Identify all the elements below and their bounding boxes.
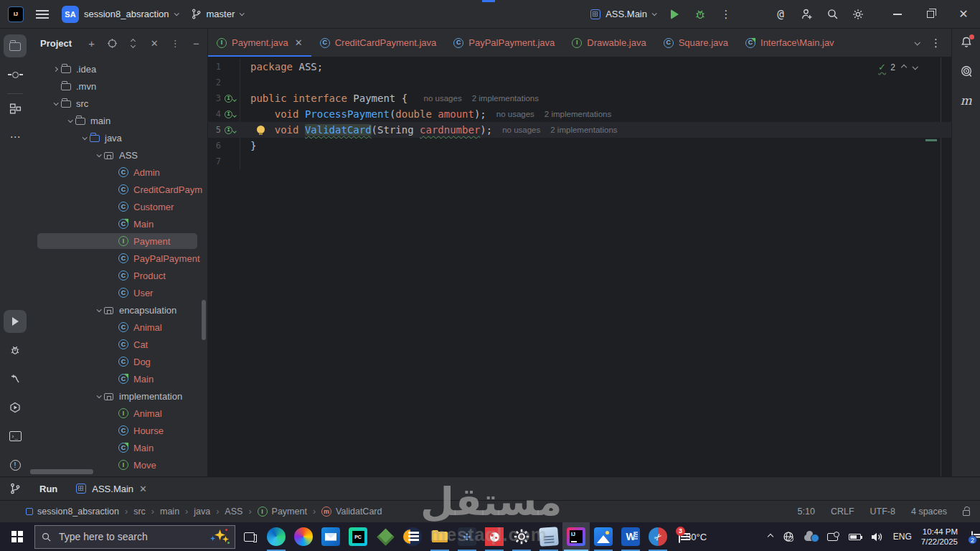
- gutter-slot[interactable]: I: [221, 110, 240, 118]
- line-number[interactable]: 2: [208, 77, 221, 88]
- tree-vertical-scrollbar[interactable]: [202, 300, 206, 340]
- tree-item-paypalpayment[interactable]: CPayPalPayment: [30, 250, 207, 267]
- code-line-3[interactable]: 3Ipublic interface Payment { no usages2 …: [208, 90, 951, 106]
- taskbar-app-netbeans[interactable]: [372, 522, 399, 551]
- chevron-down-icon[interactable]: [54, 100, 59, 105]
- code-line-6[interactable]: 6}: [208, 138, 951, 154]
- structure-toolwindow-button[interactable]: [4, 97, 27, 120]
- hide-panel-icon[interactable]: −: [191, 37, 202, 50]
- taskbar-search-input[interactable]: Type here to search: [34, 525, 235, 549]
- tree-item-animal[interactable]: IAnimal: [30, 405, 207, 422]
- build-toolwindow-button[interactable]: [4, 367, 27, 390]
- chevron-down-icon[interactable]: [83, 135, 88, 140]
- taskbar-app-edge[interactable]: [263, 522, 290, 551]
- close-icon[interactable]: ✕: [139, 484, 147, 494]
- ai-assistant-toolwindow-button[interactable]: [960, 65, 973, 77]
- tray-expand-chevron-icon[interactable]: [768, 534, 773, 540]
- tree-item-encapsulation[interactable]: encapsulation: [30, 301, 207, 319]
- line-separator[interactable]: CRLF: [831, 507, 854, 517]
- gutter-slot[interactable]: I: [221, 126, 240, 134]
- chevron-right-icon[interactable]: [53, 66, 58, 71]
- editor-tab-paypalpayment-java[interactable]: CPayPalPayment.java: [445, 29, 563, 57]
- project-widget[interactable]: SA session8_absraction: [62, 6, 178, 23]
- tree-item-payment[interactable]: IPayment: [30, 232, 207, 250]
- task-view-button[interactable]: [235, 522, 263, 551]
- editor-tab-interface-main-jav[interactable]: CInterface\Main.jav: [737, 29, 834, 57]
- line-number[interactable]: 4: [208, 109, 221, 119]
- debug-button[interactable]: [687, 4, 713, 25]
- tree-item-src[interactable]: src: [30, 95, 207, 112]
- implementations-gutter-icon[interactable]: I: [225, 95, 236, 103]
- line-number[interactable]: 6: [208, 141, 221, 151]
- chevron-down-icon[interactable]: [68, 118, 73, 123]
- editor-tab-creditcardpayment-java[interactable]: CCreditCardPayment.java: [311, 29, 446, 57]
- tree-item-main[interactable]: CMain: [30, 215, 207, 232]
- intention-bulb-icon[interactable]: [257, 126, 265, 133]
- implementations-gutter-icon[interactable]: I: [225, 110, 236, 118]
- line-number[interactable]: 7: [208, 156, 221, 166]
- news-widget[interactable]: 3 30°C: [672, 532, 714, 542]
- chevron-down-icon[interactable]: [97, 393, 102, 398]
- code-line-1[interactable]: 1package ASS;: [208, 59, 951, 75]
- indent-setting[interactable]: 4 spaces: [911, 507, 947, 517]
- onedrive-cloud-icon[interactable]: [804, 532, 817, 541]
- tree-horizontal-scrollbar[interactable]: [30, 469, 93, 474]
- tab-options-kebab-icon[interactable]: ⋮: [930, 37, 941, 50]
- vcs-branch-widget[interactable]: master: [191, 9, 244, 19]
- search-everywhere-button[interactable]: [819, 4, 845, 25]
- tree-item-ass[interactable]: ASS: [30, 146, 207, 164]
- code-with-me-button[interactable]: [793, 4, 819, 25]
- git-toolwindow-button[interactable]: [0, 483, 30, 494]
- taskbar-app-mail[interactable]: [317, 522, 344, 551]
- tree-item-cat[interactable]: CCat: [30, 336, 207, 353]
- editor-tab-square-java[interactable]: CSquare.java: [655, 29, 737, 57]
- breadcrumb-validatcard[interactable]: mValidatCard: [321, 507, 382, 517]
- code-line-5[interactable]: 5I void ValidatCard(String cardnumber);n…: [208, 122, 951, 138]
- language-indicator[interactable]: ENG: [893, 532, 912, 542]
- run-configuration-selector[interactable]: ASS.Main: [590, 9, 656, 19]
- taskbar-app-word[interactable]: W: [617, 522, 644, 551]
- tree-item-admin[interactable]: CAdmin: [30, 164, 207, 181]
- tree-item-.mvn[interactable]: .mvn: [30, 77, 207, 95]
- debug-toolwindow-button[interactable]: [4, 339, 27, 362]
- line-number[interactable]: 1: [208, 62, 221, 72]
- notifications-button[interactable]: [960, 36, 973, 49]
- breadcrumb-java[interactable]: java: [194, 507, 210, 517]
- breadcrumb-payment[interactable]: IPayment: [258, 507, 307, 517]
- minimize-button[interactable]: [881, 1, 914, 28]
- ai-assistant-button[interactable]: @: [768, 4, 793, 25]
- code-line-2[interactable]: 2: [208, 75, 951, 90]
- tree-item-hourse[interactable]: CHourse: [30, 422, 207, 439]
- taskbar-app-photos[interactable]: [590, 522, 617, 551]
- collapse-all-icon[interactable]: ✕: [149, 37, 160, 50]
- run-toolwindow-button[interactable]: [4, 310, 27, 333]
- code-editor[interactable]: ✓ 2 1package ASS;23Ipublic interface Pay…: [208, 57, 951, 476]
- more-actions-button[interactable]: ⋮: [713, 4, 739, 25]
- tree-item-customer[interactable]: CCustomer: [30, 198, 207, 215]
- chevron-down-icon[interactable]: [97, 152, 102, 157]
- tree-item-dog[interactable]: CDog: [30, 353, 207, 370]
- maven-toolwindow-button[interactable]: m: [960, 93, 971, 108]
- add-icon[interactable]: +: [86, 37, 97, 50]
- commit-toolwindow-button[interactable]: [4, 63, 27, 86]
- tree-item-main[interactable]: main: [30, 112, 207, 129]
- close-button[interactable]: ✕: [947, 1, 980, 28]
- taskbar-app-pycharm[interactable]: PC: [344, 522, 372, 551]
- breadcrumb-src[interactable]: src: [133, 507, 146, 517]
- battery-icon[interactable]: [849, 534, 862, 540]
- close-tab-icon[interactable]: ✕: [295, 37, 303, 48]
- expand-all-icon[interactable]: [128, 37, 138, 50]
- breadcrumb-main[interactable]: main: [160, 507, 179, 517]
- unlock-icon[interactable]: [963, 510, 970, 516]
- tree-item-main[interactable]: CMain: [30, 439, 207, 456]
- tree-item-java[interactable]: java: [30, 129, 207, 146]
- caret-position[interactable]: 5:10: [798, 507, 815, 517]
- tree-item-animal[interactable]: CAnimal: [30, 319, 207, 336]
- settings-button[interactable]: [845, 4, 871, 25]
- breadcrumb-session8_absraction[interactable]: session8_absraction: [26, 507, 119, 517]
- breadcrumb-ass[interactable]: ASS: [225, 507, 242, 517]
- implementations-gutter-icon[interactable]: I: [225, 126, 236, 134]
- chevron-down-icon[interactable]: [97, 307, 102, 312]
- taskbar-clock[interactable]: 10:44 PM 7/22/2025: [921, 527, 958, 547]
- line-number[interactable]: 3: [208, 93, 221, 103]
